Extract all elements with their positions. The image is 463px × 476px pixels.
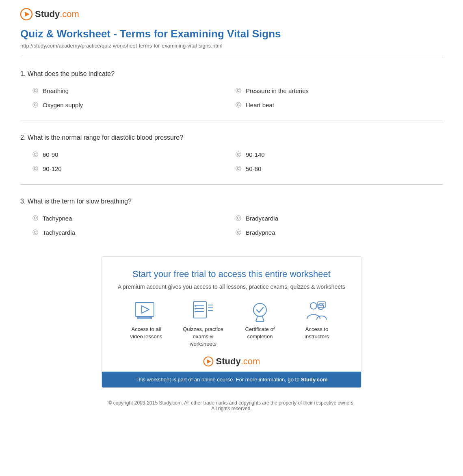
svg-point-20 — [310, 303, 317, 309]
question-2-answers: ⓒ 60-90 ⓒ 90-140 ⓒ 90-120 ⓒ 50-80 — [20, 151, 443, 180]
promo-logo: Study.com — [114, 356, 349, 367]
answer-label: Pressure in the arteries — [246, 87, 309, 94]
svg-rect-2 — [135, 303, 154, 316]
radio-icon: ⓒ — [236, 151, 242, 158]
answer-2-4[interactable]: ⓒ 50-80 — [236, 165, 431, 172]
logo-text: Study.com — [35, 9, 79, 19]
answer-2-2[interactable]: ⓒ 90-140 — [236, 151, 431, 158]
copyright-text: © copyright 2003-2015 Study.com. All oth… — [20, 400, 443, 406]
feature-certificate: Certificate ofcompletion — [238, 300, 282, 348]
answer-3-3[interactable]: ⓒ Tachycardia — [32, 229, 227, 236]
svg-marker-1 — [25, 12, 30, 17]
video-lessons-icon — [134, 302, 158, 321]
feature-video: Access to allvideo lessons — [124, 300, 169, 348]
radio-icon: ⓒ — [236, 166, 242, 172]
svg-point-12 — [195, 311, 196, 312]
answer-2-3[interactable]: ⓒ 90-120 — [32, 165, 227, 172]
feature-certificate-label: Certificate ofcompletion — [245, 326, 275, 340]
promo-logo-icon — [203, 356, 214, 367]
svg-line-18 — [262, 316, 264, 321]
question-3: 3. What is the term for slow breathing? … — [20, 193, 443, 244]
svg-point-10 — [195, 305, 196, 307]
question-2-divider — [20, 184, 443, 185]
svg-line-17 — [256, 316, 257, 321]
answer-label: 90-140 — [246, 151, 265, 158]
radio-icon: ⓒ — [32, 215, 39, 221]
answer-label: Bradypnea — [246, 229, 275, 236]
answer-label: Oxygen supply — [43, 102, 83, 108]
answer-label: Tachypnea — [43, 215, 72, 222]
logo-area: Study.com — [20, 8, 443, 20]
question-2-text: 2. What is the normal range for diastoli… — [20, 129, 443, 145]
feature-instructors-label: Access toinstructors — [305, 326, 329, 340]
feature-quizzes: Quizzes, practiceexams & worksheets — [181, 300, 225, 348]
answer-label: 90-120 — [43, 165, 62, 172]
answer-label: 50-80 — [246, 165, 261, 172]
answer-label: Bradycardia — [246, 215, 278, 222]
answer-2-1[interactable]: ⓒ 60-90 — [32, 151, 227, 158]
radio-icon: ⓒ — [236, 215, 242, 221]
page-wrapper: Study.com Quiz & Worksheet - Terms for E… — [8, 0, 455, 428]
feature-instructors: Access toinstructors — [294, 300, 339, 348]
question-1-answers: ⓒ Breathing ⓒ Pressure in the arteries ⓒ… — [20, 87, 443, 117]
promo-footer-text: This worksheet is part of an online cour… — [135, 376, 301, 383]
question-2: 2. What is the normal range for diastoli… — [20, 129, 443, 185]
answer-1-1[interactable]: ⓒ Breathing — [32, 87, 227, 94]
radio-icon: ⓒ — [236, 88, 242, 94]
promo-subtitle: A premium account gives you access to al… — [114, 283, 349, 290]
answer-label: Tachycardia — [43, 229, 75, 236]
quizzes-icon-wrap — [191, 300, 215, 322]
promo-box: Start your free trial to access this ent… — [102, 256, 361, 388]
feature-quizzes-label: Quizzes, practiceexams & worksheets — [181, 326, 225, 348]
promo-footer-bar: This worksheet is part of an online cour… — [102, 372, 361, 387]
questions-container: 1. What does the pulse indicate? ⓒ Breat… — [20, 65, 443, 244]
answer-3-1[interactable]: ⓒ Tachypnea — [32, 215, 227, 222]
radio-icon: ⓒ — [32, 151, 39, 158]
answer-3-4[interactable]: ⓒ Bradypnea — [236, 229, 431, 236]
answer-1-2[interactable]: ⓒ Pressure in the arteries — [236, 87, 431, 94]
svg-point-16 — [253, 303, 266, 316]
page-url: http://study.com/academy/practice/quiz-w… — [20, 43, 443, 49]
question-1-text: 1. What does the pulse indicate? — [20, 65, 443, 81]
radio-icon: ⓒ — [236, 102, 242, 108]
answer-label: Heart beat — [246, 102, 274, 108]
copyright: © copyright 2003-2015 Study.com. All oth… — [20, 400, 443, 420]
instructors-icon — [305, 301, 328, 322]
instructors-icon-wrap — [305, 300, 329, 322]
certificate-icon — [249, 301, 270, 322]
answer-1-3[interactable]: ⓒ Oxygen supply — [32, 102, 227, 108]
feature-video-label: Access to allvideo lessons — [130, 326, 162, 340]
logo: Study.com — [20, 8, 443, 20]
radio-icon: ⓒ — [236, 229, 242, 236]
copyright-rights: All rights reserved. — [20, 406, 443, 411]
radio-icon: ⓒ — [32, 88, 39, 94]
answer-1-4[interactable]: ⓒ Heart beat — [236, 102, 431, 108]
radio-icon: ⓒ — [32, 229, 39, 236]
promo-title: Start your free trial to access this ent… — [114, 269, 349, 279]
promo-features: Access to allvideo lessons — [114, 300, 349, 348]
studycom-logo-icon — [20, 8, 32, 20]
answer-label: Breathing — [43, 87, 69, 94]
svg-rect-6 — [193, 302, 206, 318]
radio-icon: ⓒ — [32, 166, 39, 172]
question-1: 1. What does the pulse indicate? ⓒ Breat… — [20, 65, 443, 121]
svg-point-11 — [195, 308, 196, 309]
answer-label: 60-90 — [43, 151, 58, 158]
title-divider — [20, 57, 443, 57]
promo-footer-link[interactable]: Study.com — [301, 376, 328, 383]
question-1-divider — [20, 121, 443, 121]
radio-icon: ⓒ — [32, 102, 39, 108]
certificate-icon-wrap — [248, 300, 272, 322]
svg-marker-26 — [207, 359, 211, 363]
question-3-text: 3. What is the term for slow breathing? — [20, 193, 443, 208]
video-icon-wrap — [134, 300, 158, 322]
question-3-answers: ⓒ Tachypnea ⓒ Bradycardia ⓒ Tachycardia … — [20, 215, 443, 244]
promo-logo-text: Study.com — [216, 356, 260, 367]
quizzes-icon — [193, 301, 214, 322]
svg-marker-5 — [142, 306, 149, 313]
page-title: Quiz & Worksheet - Terms for Examining V… — [20, 28, 443, 40]
answer-3-2[interactable]: ⓒ Bradycardia — [236, 215, 431, 222]
